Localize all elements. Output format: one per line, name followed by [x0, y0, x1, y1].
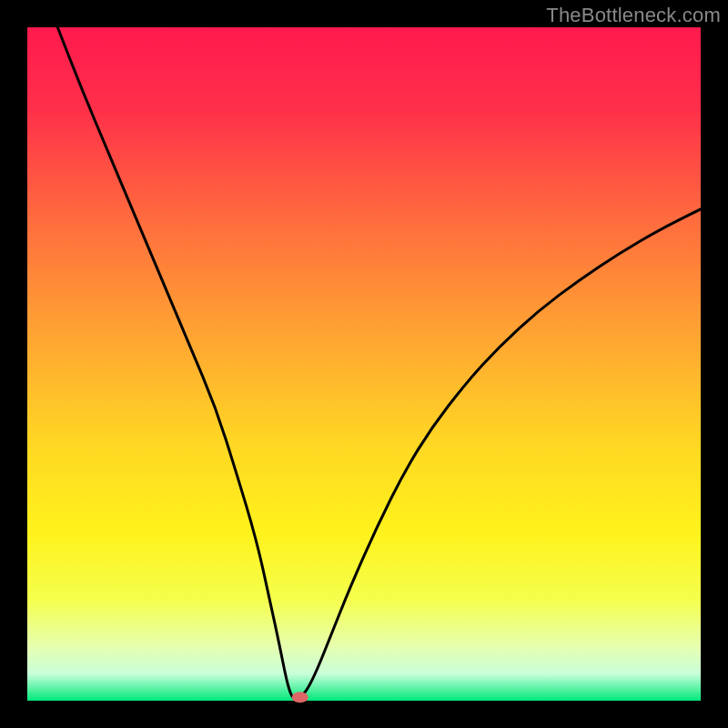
- optimal-point-marker: [292, 692, 308, 703]
- gradient-background: [27, 27, 701, 701]
- chart-frame: TheBottleneck.com: [0, 0, 728, 728]
- watermark-text: TheBottleneck.com: [546, 4, 721, 27]
- bottleneck-chart: [0, 0, 728, 728]
